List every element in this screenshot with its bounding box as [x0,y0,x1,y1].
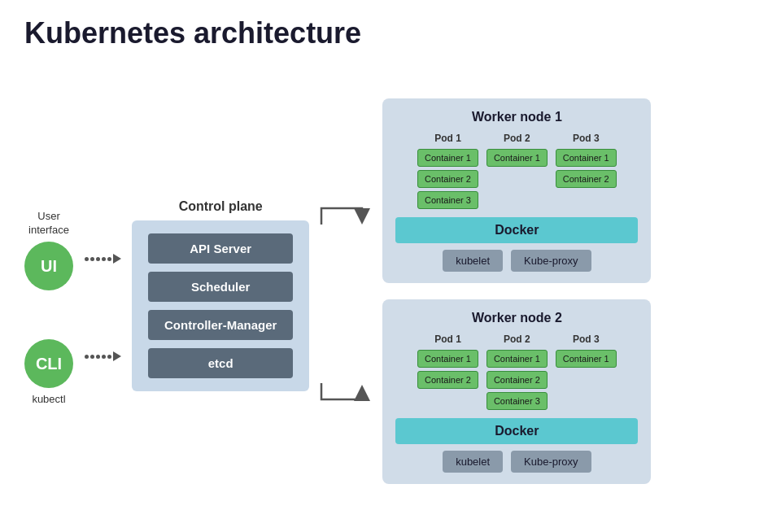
worker2-pods-row: Pod 1 Container 1 Container 2 Pod 2 Cont… [395,334,638,410]
worker2-title: Worker node 2 [395,311,638,325]
client-cli: CLI kubectl [24,339,73,405]
worker1-pod2-box: Container 1 [486,149,548,167]
cp-etcd: etcd [148,348,293,378]
worker2-pod2: Pod 2 Container 1 Container 2 Container … [486,334,548,410]
worker1-pods-row: Pod 1 Container 1 Container 2 Container … [395,133,638,209]
w2p1c1: Container 1 [417,350,478,368]
w1p3c1: Container 1 [556,149,617,167]
arrow1-svg [317,200,374,249]
worker1-pod2-label: Pod 2 [504,133,530,144]
worker2-pod2-box: Container 1 Container 2 Container 3 [486,350,548,410]
w2p2c3: Container 3 [486,392,548,410]
cli-circle: CLI [24,339,73,388]
diagram-inner: Userinterface UI CLI kubectl [24,67,757,516]
diagram-wrapper: Userinterface UI CLI kubectl [24,67,757,516]
arrow-to-worker1 [317,200,374,249]
ui-text: UI [41,257,57,276]
worker1-bottom-row: kubelet Kube-proxy [395,250,638,272]
worker2-pod3-label: Pod 3 [573,334,600,345]
worker1-pod2: Pod 2 Container 1 [486,133,548,209]
worker2-pod1-box: Container 1 Container 2 [417,350,478,389]
client-ui: Userinterface UI [24,210,73,291]
w2p3c1: Container 1 [556,350,617,368]
w2p1c2: Container 2 [417,371,478,389]
cli-arrow [78,332,127,381]
w1p3c2: Container 2 [556,170,617,188]
worker-node-1: Worker node 1 Pod 1 Container 1 Containe… [382,98,651,283]
worker2-pod3-box: Container 1 [556,350,617,368]
ui-arrow [78,234,127,283]
w1p1c2: Container 2 [417,170,478,188]
client-arrows [78,234,127,381]
worker-node-2: Worker node 2 Pod 1 Container 1 Containe… [382,299,651,484]
worker2-pod1: Pod 1 Container 1 Container 2 [417,334,478,410]
cp-controller-manager: Controller-Manager [148,310,293,340]
worker2-pod3: Pod 3 Container 1 [556,334,617,410]
worker1-title: Worker node 1 [395,110,638,124]
cp-to-worker-arrows [317,145,374,462]
worker2-bottom-row: kubelet Kube-proxy [395,451,638,473]
w1p1c3: Container 3 [417,191,478,209]
worker1-docker: Docker [395,217,638,243]
page: Kubernetes architecture Userinterface UI… [0,0,781,532]
w1p1c1: Container 1 [417,149,478,167]
page-title: Kubernetes architecture [24,16,757,50]
clients-section: Userinterface UI CLI kubectl [24,210,73,406]
worker2-docker: Docker [395,418,638,444]
w1p2c1: Container 1 [486,149,548,167]
worker1-kubelet: kubelet [443,250,503,272]
worker1-pod3-box: Container 1 Container 2 [556,149,617,188]
cp-scheduler: Scheduler [148,272,293,302]
worker2-pod2-label: Pod 2 [504,334,530,345]
worker1-pod1: Pod 1 Container 1 Container 2 Container … [417,133,478,209]
worker1-pod3: Pod 3 Container 1 Container 2 [556,133,617,209]
worker1-pod1-box: Container 1 Container 2 Container 3 [417,149,478,209]
ui-circle: UI [24,242,73,290]
control-plane-box: API Server Scheduler Controller-Manager … [132,220,309,391]
worker1-pod3-label: Pod 3 [573,133,600,144]
w2p2c1: Container 1 [486,350,548,368]
cp-api-server: API Server [148,233,293,264]
worker1-pod1-label: Pod 1 [434,133,461,144]
w2p2c2: Container 2 [486,371,548,389]
worker1-kube-proxy: Kube-proxy [511,250,591,272]
worker2-pod1-label: Pod 1 [434,334,461,345]
cli-text: CLI [36,355,62,373]
arrow-to-worker2 [317,359,374,408]
arrow2-svg [317,359,374,408]
control-plane: Control plane API Server Scheduler Contr… [132,199,309,391]
ui-label-top: Userinterface [28,210,69,238]
worker2-kube-proxy: Kube-proxy [511,451,591,473]
cli-label-bottom: kubectl [32,393,65,405]
workers-section: Worker node 1 Pod 1 Container 1 Containe… [382,98,651,484]
worker2-kubelet: kubelet [443,451,503,473]
control-plane-label: Control plane [179,199,263,214]
